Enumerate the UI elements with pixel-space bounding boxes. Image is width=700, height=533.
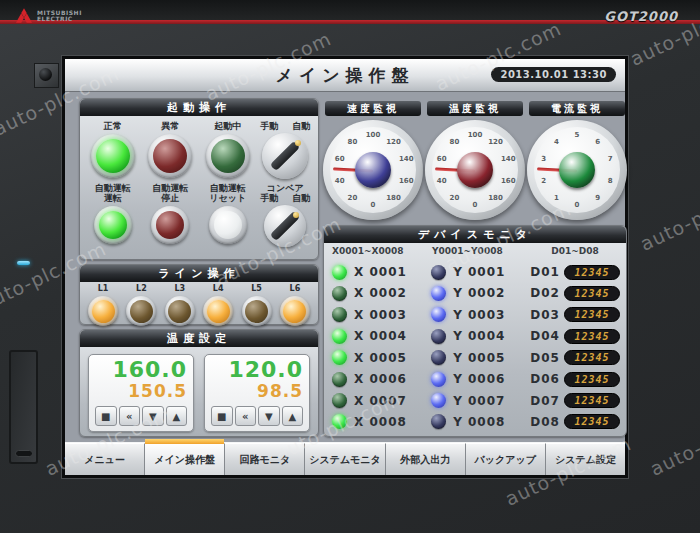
- lamp-starting: 起動中: [199, 119, 257, 182]
- y-bit-lamp: [431, 329, 446, 344]
- y-bit-lamp: [431, 350, 446, 365]
- interface-cover-door[interactable]: [9, 350, 38, 464]
- mode-selector-cell: 手動 自動: [257, 119, 315, 182]
- lamp-ring: [206, 134, 250, 178]
- startup-panel-title: 起動操作: [80, 99, 318, 116]
- temp1-up-button[interactable]: ▲: [166, 406, 188, 426]
- y-bit-lamp: [431, 372, 446, 387]
- table-row: X 0003 Y 0003 D0312345: [332, 305, 620, 325]
- x-bit-lamp: [332, 307, 347, 322]
- tab-system-monitor[interactable]: システムモニタ: [305, 443, 385, 475]
- y-bit-lamp: [431, 307, 446, 322]
- got2000-logo: GOT2000: [604, 9, 678, 24]
- y-range-header: Y0001~Y0008: [432, 246, 532, 256]
- startup-grid: 正常 異常 起動中 手動 自動 自動運転 運転: [84, 119, 314, 255]
- l5-button[interactable]: [245, 300, 268, 323]
- temp-controller-2: 120.0 98.5 ■ « ▼ ▲: [204, 354, 310, 432]
- device-monitor-rows: X 0001 Y 0001 D0112345 X 0002 Y 0002 D02…: [332, 262, 620, 432]
- auto-stop-button[interactable]: [156, 211, 184, 239]
- gauge-center-dome: [355, 152, 391, 188]
- lamp-ring: [148, 134, 192, 178]
- y-bit-lamp: [431, 393, 446, 408]
- table-row: X 0007 Y 0007 D0712345: [332, 391, 620, 411]
- line-lamp-l2: L2: [124, 284, 158, 326]
- lamp-ring: [94, 206, 132, 244]
- startup-operation-panel: 起動操作 正常 異常 起動中 手動 自動 自動運転: [79, 98, 319, 260]
- temp-controller-1: 160.0 150.5 ■ « ▼ ▲: [88, 354, 194, 432]
- auto-reset-button[interactable]: [214, 211, 242, 239]
- screen-titlebar: メイン操作盤 2013.10.01 13:30: [65, 59, 625, 92]
- current-gauge: 0123456789: [527, 120, 627, 220]
- auto-run-button[interactable]: [99, 211, 127, 239]
- device-monitor-panel: デバイスモニタ X0001~X0008 Y0001~Y0008 D01~D08 …: [323, 225, 627, 437]
- x-bit-lamp: [332, 265, 347, 280]
- d-register-value: 12345: [564, 329, 620, 344]
- tab-menu[interactable]: メニュー: [65, 443, 145, 475]
- temp2-up-button[interactable]: ▲: [282, 406, 304, 426]
- line-lamp-row: L1 L2 L3 L4 L5 L6: [86, 284, 312, 326]
- manual-auto-selector[interactable]: [262, 133, 308, 179]
- datetime-display: 2013.10.01 13:30: [491, 67, 616, 82]
- lamp-ring: [209, 206, 247, 244]
- gauge-center-dome: [457, 152, 493, 188]
- x-bit-lamp: [332, 372, 347, 387]
- x-bit-lamp: [332, 350, 347, 365]
- line-panel-title: ライン操作: [80, 265, 318, 282]
- lamp-ring: [151, 206, 189, 244]
- temp2-pv-value: 120.0: [211, 358, 303, 382]
- table-row: X 0001 Y 0001 D0112345: [332, 262, 620, 282]
- lamp-ring: [91, 134, 135, 178]
- temp2-down-button[interactable]: ▼: [258, 406, 280, 426]
- l4-button[interactable]: [207, 300, 230, 323]
- x-bit-lamp: [332, 393, 347, 408]
- tab-backup[interactable]: バックアップ: [466, 443, 546, 475]
- tab-system-settings[interactable]: システム設定: [546, 443, 625, 475]
- table-row: X 0002 Y 0002 D0212345: [332, 283, 620, 303]
- bezel-top-strip: [0, 0, 700, 20]
- x-bit-lamp: [332, 329, 347, 344]
- page-title: メイン操作盤: [275, 64, 414, 87]
- l6-button[interactable]: [283, 300, 306, 323]
- tab-circuit-monitor[interactable]: 回路モニタ: [225, 443, 305, 475]
- x-bit-lamp: [332, 286, 347, 301]
- device-monitor-title: デバイスモニタ: [324, 226, 626, 243]
- speed-gauge-title: 速度監視: [325, 101, 421, 116]
- speed-gauge: 020406080100120140160180: [323, 120, 423, 220]
- temp2-fast-button[interactable]: «: [235, 406, 257, 426]
- sensor-lens-icon: [39, 68, 52, 81]
- door-latch[interactable]: [15, 450, 33, 457]
- line-operation-panel: ライン操作 L1 L2 L3 L4 L5 L6: [79, 264, 319, 325]
- d-register-value: 12345: [564, 265, 620, 280]
- line-lamp-l6: L6: [278, 284, 312, 326]
- conveyor-selector[interactable]: [264, 205, 306, 247]
- temperature-setting-panel: 温度設定 160.0 150.5 ■ « ▼ ▲ 120.0 98.5 ■ « …: [79, 329, 319, 437]
- front-sensor: [34, 63, 59, 88]
- table-row: X 0005 Y 0005 D0512345: [332, 348, 620, 368]
- x-range-header: X0001~X0008: [332, 246, 432, 256]
- temp1-stop-button[interactable]: ■: [95, 406, 117, 426]
- l1-button[interactable]: [92, 300, 115, 323]
- d-register-value: 12345: [564, 414, 620, 429]
- temp1-pv-value: 160.0: [95, 358, 187, 382]
- temp1-fast-button[interactable]: «: [119, 406, 141, 426]
- temp-panel-title: 温度設定: [80, 330, 318, 347]
- power-led: [17, 261, 30, 265]
- temp1-sv-value: 150.5: [95, 382, 187, 401]
- tab-external-io[interactable]: 外部入出力: [386, 443, 466, 475]
- y-bit-lamp: [431, 286, 446, 301]
- mitsubishi-logo: MITSUBISHI ELECTRIC: [16, 8, 82, 23]
- table-row: X 0008 Y 0008 D0812345: [332, 412, 620, 432]
- auto-run-button-cell: 自動運転 運転: [84, 182, 142, 255]
- l3-button[interactable]: [168, 300, 191, 323]
- l2-button[interactable]: [130, 300, 153, 323]
- temperature-gauge-title: 温度監視: [427, 101, 523, 116]
- temp1-down-button[interactable]: ▼: [142, 406, 164, 426]
- gauge-center-dome: [559, 152, 595, 188]
- temp2-sv-value: 98.5: [211, 382, 303, 401]
- lamp-normal: 正常: [84, 119, 142, 182]
- tab-main-operation[interactable]: メイン操作盤: [145, 443, 225, 475]
- d-register-value: 12345: [564, 286, 620, 301]
- temp-controllers: 160.0 150.5 ■ « ▼ ▲ 120.0 98.5 ■ « ▼ ▲: [88, 354, 310, 432]
- temp2-stop-button[interactable]: ■: [211, 406, 233, 426]
- line-lamp-l5: L5: [240, 284, 274, 326]
